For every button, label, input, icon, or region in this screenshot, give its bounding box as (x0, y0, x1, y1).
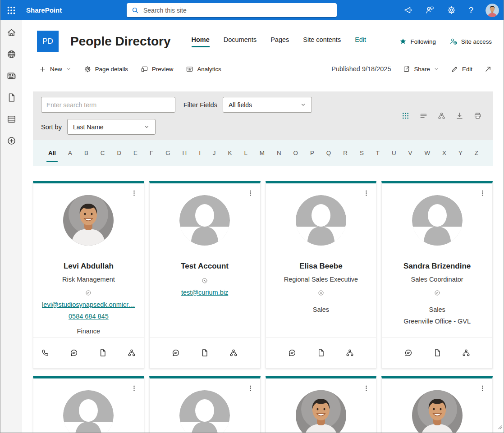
person-card-partial[interactable] (381, 376, 493, 433)
alphabet-letter[interactable]: L (243, 148, 248, 158)
alphabet-letter[interactable]: A (67, 148, 73, 158)
person-card[interactable]: Elisa Beebe Regional Sales Executive Sal… (266, 181, 377, 369)
card-menu-icon[interactable] (130, 189, 138, 197)
nav-edit[interactable]: Edit (355, 36, 366, 47)
chat-icon[interactable] (171, 348, 180, 357)
app-name[interactable]: SharePoint (26, 6, 62, 14)
alphabet-letter[interactable]: C (100, 148, 106, 158)
site-access-button[interactable]: Site access (449, 37, 492, 46)
sort-by-dropdown[interactable]: Last Name (67, 119, 156, 135)
create-plus-icon[interactable] (6, 136, 17, 146)
profile-page-icon[interactable] (98, 348, 107, 357)
alphabet-letter[interactable]: I (198, 148, 202, 158)
alphabet-letter[interactable]: U (391, 148, 397, 158)
alphabet-letter[interactable]: X (441, 148, 447, 158)
alphabet-letter[interactable]: R (342, 148, 348, 158)
person-card-partial[interactable] (33, 376, 144, 433)
new-button[interactable]: New (39, 65, 71, 73)
alphabet-letter[interactable]: M (259, 148, 266, 158)
app-launcher-icon[interactable] (0, 0, 22, 20)
phone-link[interactable]: 0584 684 845 (40, 313, 137, 320)
lists-icon[interactable] (6, 114, 17, 124)
profile-page-icon[interactable] (433, 348, 442, 357)
person-card-partial[interactable] (266, 376, 377, 433)
feedback-icon[interactable] (425, 5, 435, 15)
grid-view-icon[interactable] (401, 112, 410, 120)
person-card[interactable]: Levi Abdullah Risk Management levi@studi… (33, 181, 144, 369)
profile-page-icon[interactable] (316, 348, 325, 357)
card-menu-icon[interactable] (479, 384, 486, 392)
suite-search-input[interactable] (143, 7, 332, 14)
site-logo[interactable]: PD (37, 31, 59, 52)
chat-icon[interactable] (69, 348, 78, 357)
profile-page-icon[interactable] (200, 348, 209, 357)
email-link[interactable]: levi@studiosynapsedk.onmicr… (40, 301, 137, 308)
card-menu-icon[interactable] (479, 189, 486, 197)
globe-icon[interactable] (6, 49, 17, 59)
directory-search-input[interactable] (41, 97, 175, 113)
share-button[interactable]: Share (403, 65, 439, 73)
account-avatar[interactable] (486, 4, 499, 17)
following-button[interactable]: Following (399, 37, 436, 46)
org-chart-icon[interactable] (345, 348, 354, 357)
page-details-button[interactable]: Page details (84, 65, 128, 73)
alphabet-all[interactable]: All (47, 148, 57, 158)
person-card[interactable]: Test Account test@curium.biz (149, 181, 261, 369)
alphabet-letter[interactable]: W (423, 148, 431, 158)
filter-fields-dropdown[interactable]: All fields (223, 97, 312, 113)
org-chart-icon[interactable] (229, 348, 238, 357)
alphabet-letter[interactable]: D (116, 148, 122, 158)
alphabet-letter[interactable]: T (375, 148, 380, 158)
card-menu-icon[interactable] (247, 384, 254, 392)
home-icon[interactable] (6, 27, 17, 38)
alphabet-letter[interactable]: B (83, 148, 89, 158)
download-icon[interactable] (455, 112, 464, 120)
card-menu-icon[interactable] (247, 189, 254, 197)
announcements-icon[interactable] (403, 5, 413, 15)
suite-search-box[interactable] (127, 3, 337, 17)
alphabet-letter[interactable]: Q (325, 148, 332, 158)
alphabet-letter[interactable]: Z (474, 148, 479, 158)
list-view-icon[interactable] (419, 112, 428, 120)
card-menu-icon[interactable] (130, 384, 138, 392)
settings-gear-icon[interactable] (447, 5, 456, 15)
chat-icon[interactable] (288, 348, 297, 357)
alphabet-letter[interactable]: S (359, 148, 365, 158)
window-resize-grip[interactable] (496, 423, 503, 432)
nav-home[interactable]: Home (192, 36, 210, 47)
alphabet-letter[interactable]: E (133, 148, 138, 158)
alphabet-letter[interactable]: H (182, 148, 188, 158)
email-link[interactable]: test@curium.biz (156, 289, 254, 296)
expand-button[interactable] (484, 65, 492, 73)
news-icon[interactable] (6, 71, 17, 81)
call-icon[interactable] (41, 348, 50, 357)
preview-button[interactable]: Preview (141, 65, 173, 73)
alphabet-letter[interactable]: G (165, 148, 171, 158)
card-menu-icon[interactable] (362, 384, 370, 392)
nav-site-contents[interactable]: Site contents (303, 36, 341, 47)
person-card-partial[interactable] (149, 376, 261, 433)
person-name: Sandra Brizendine (382, 262, 492, 271)
print-icon[interactable] (473, 112, 482, 120)
alphabet-letter[interactable]: Y (458, 148, 463, 158)
edit-page-button[interactable]: Edit (451, 65, 472, 73)
nav-documents[interactable]: Documents (224, 36, 257, 47)
nav-pages[interactable]: Pages (270, 36, 289, 47)
analytics-button[interactable]: Analytics (186, 65, 221, 73)
person-card[interactable]: Sandra Brizendine Sales Coordinator Sale… (381, 181, 493, 369)
document-icon[interactable] (6, 92, 17, 103)
site-access-label: Site access (461, 38, 492, 45)
card-menu-icon[interactable] (362, 189, 370, 197)
org-chart-view-icon[interactable] (437, 112, 446, 120)
alphabet-letter[interactable]: O (293, 148, 299, 158)
chat-icon[interactable] (404, 348, 413, 357)
alphabet-letter[interactable]: V (408, 148, 413, 158)
alphabet-letter[interactable]: J (212, 148, 217, 158)
help-icon[interactable]: ? (468, 6, 473, 14)
alphabet-letter[interactable]: F (149, 148, 154, 158)
alphabet-letter[interactable]: N (276, 148, 282, 158)
org-chart-icon[interactable] (462, 348, 471, 357)
org-chart-icon[interactable] (127, 348, 136, 357)
alphabet-letter[interactable]: K (227, 148, 233, 158)
alphabet-letter[interactable]: P (309, 148, 315, 158)
